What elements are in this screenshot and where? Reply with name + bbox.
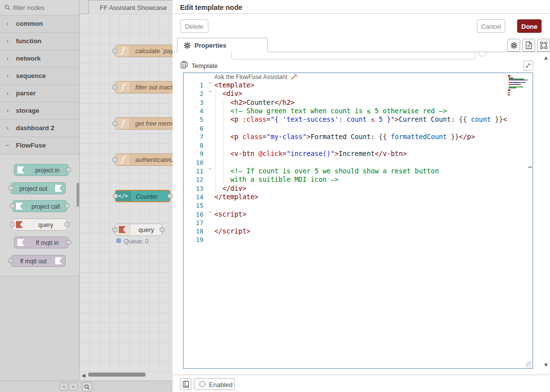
code-line: <!— If count is over 5 we should show a … xyxy=(230,167,439,176)
palette-category-storage[interactable]: ›storage xyxy=(0,102,80,120)
palette-category-label: parser xyxy=(16,89,36,97)
port[interactable] xyxy=(10,204,15,208)
template-icon: </> xyxy=(116,193,130,199)
port[interactable] xyxy=(66,167,71,172)
cursor-mark xyxy=(528,166,532,168)
port[interactable] xyxy=(112,157,117,162)
port[interactable] xyxy=(66,240,71,244)
port[interactable] xyxy=(160,228,165,232)
palette-node-project-out[interactable]: project out xyxy=(11,182,66,194)
palette-scrollbar[interactable] xyxy=(77,183,79,207)
flow-node-calculate-pay[interactable]: ƒcalculate `pay xyxy=(115,45,173,57)
palette-node-ff-mqtt-in[interactable]: ff mqtt in xyxy=(14,236,69,248)
footer-bar: » » xyxy=(0,381,173,392)
palette-category-parser[interactable]: ›parser xyxy=(0,85,80,102)
assistant-hint[interactable]: Ask the FlowFuse Assistant xyxy=(214,74,297,81)
scroll-down-icon[interactable]: ▼ xyxy=(541,362,550,368)
docs-toggle-button[interactable] xyxy=(180,378,191,390)
port[interactable] xyxy=(65,204,70,208)
navigator-button[interactable] xyxy=(82,382,92,392)
port[interactable] xyxy=(8,186,13,190)
expand-all-icon: » xyxy=(70,383,77,391)
palette-node-label: ff mqtt out xyxy=(13,258,53,265)
palette-node-project-in[interactable]: project in xyxy=(14,164,69,176)
appearance-tab-button[interactable] xyxy=(537,39,550,52)
palette-category-label: network xyxy=(16,55,41,62)
expand-editor-button[interactable] xyxy=(523,61,533,71)
port[interactable] xyxy=(112,49,117,53)
palette-category-label: sequence xyxy=(16,72,46,79)
palette-category-network[interactable]: ›network xyxy=(0,50,80,68)
enabled-toggle-button[interactable]: Enabled xyxy=(194,378,235,390)
editor-resize-grip[interactable] xyxy=(526,361,532,368)
horizontal-scrollbar[interactable] xyxy=(88,373,146,377)
port[interactable] xyxy=(113,194,118,198)
fold-icon[interactable]: › xyxy=(205,82,214,89)
flow-node-Counter[interactable]: </>Counter xyxy=(115,190,171,202)
flow-node-label: calculate `pay xyxy=(135,48,173,55)
palette-node-label: query xyxy=(26,222,66,229)
palette-node-label: project in xyxy=(27,167,67,174)
port[interactable] xyxy=(112,228,117,232)
description-tab-button[interactable] xyxy=(522,39,535,52)
palette-node-project-call[interactable]: project call xyxy=(12,200,67,212)
palette-category-dashboard-2[interactable]: ›dashboard 2 xyxy=(0,120,80,137)
scroll-left-icon[interactable]: ◀ xyxy=(82,373,86,378)
flow-node-get-free-memo[interactable]: ƒget free memo xyxy=(115,117,173,130)
line-number: 19 xyxy=(183,235,203,244)
query-icon-zone xyxy=(115,224,130,235)
palette-category-common[interactable]: ›common xyxy=(0,15,80,33)
code-line: <h2>Counter</h2> xyxy=(230,98,294,107)
flow-canvas[interactable]: ƒcalculate `payƒfilter out inactiƒget fr… xyxy=(80,14,173,373)
port[interactable] xyxy=(168,194,173,198)
done-button[interactable]: Done xyxy=(517,19,542,33)
settings-tab-button[interactable] xyxy=(507,39,520,52)
delete-button[interactable]: Delete xyxy=(180,19,208,33)
filter-nodes-input[interactable] xyxy=(13,2,75,12)
scroll-up-icon[interactable]: ▲ xyxy=(541,55,550,61)
flow-node-query[interactable]: query xyxy=(115,224,162,236)
flow-tab[interactable]: FF Assistant Showcase xyxy=(89,0,173,14)
cancel-button[interactable]: Cancel xyxy=(477,19,505,33)
fold-icon[interactable]: › xyxy=(205,90,214,97)
dialog-tabrow: Properties xyxy=(173,38,550,52)
port[interactable] xyxy=(10,222,15,227)
flow-node-filter-out-inacti[interactable]: ƒfilter out inacti xyxy=(115,81,173,93)
gear-icon xyxy=(510,42,518,49)
code-line: <script> xyxy=(214,210,247,219)
line-number: 11 xyxy=(183,167,203,175)
copy-icon xyxy=(181,61,188,69)
port[interactable] xyxy=(8,258,13,263)
port[interactable] xyxy=(65,222,70,227)
palette-node-query[interactable]: query xyxy=(12,219,67,231)
palette-category-sequence[interactable]: ›sequence xyxy=(0,68,80,85)
tab-properties[interactable]: Properties xyxy=(177,38,268,52)
name-input[interactable] xyxy=(231,52,475,60)
collapse-all-button[interactable]: » xyxy=(60,383,68,391)
flowfuse-icon xyxy=(52,183,65,194)
palette-category-function[interactable]: ›function xyxy=(0,33,80,50)
function-icon-zone: ƒ xyxy=(115,45,130,57)
indent-guide xyxy=(215,89,215,193)
line-number: 3 xyxy=(183,98,203,107)
editor-minimap[interactable] xyxy=(507,73,528,368)
appearance-icon xyxy=(540,42,548,49)
expand-all-button[interactable]: » xyxy=(69,383,78,391)
palette-node-ff-mqtt-out[interactable]: ff mqtt out xyxy=(11,255,66,267)
line-number: 12 xyxy=(183,175,203,184)
indent-guide xyxy=(223,98,223,184)
port[interactable] xyxy=(112,85,117,89)
status-dot xyxy=(116,238,121,243)
palette-category-FlowFuse[interactable]: ›FlowFuse xyxy=(0,137,80,155)
code-line: <v-btn @click="increase()">Increment</v-… xyxy=(230,150,407,158)
flow-node-authenticateU[interactable]: ƒauthenticateU xyxy=(115,154,173,166)
port[interactable] xyxy=(112,121,117,126)
template-code-editor[interactable]: Ask the FlowFuse Assistant 1›<template>2… xyxy=(183,73,533,369)
name-toggle-button[interactable] xyxy=(478,52,487,57)
function-icon-zone: ƒ xyxy=(115,118,130,129)
fold-icon[interactable]: › xyxy=(205,211,214,218)
code-line: <p class="my-class">Formatted Count: {{ … xyxy=(230,133,475,142)
fold-icon[interactable]: › xyxy=(205,168,214,175)
chevron-right-icon: › xyxy=(6,107,8,114)
palette-search[interactable] xyxy=(0,0,80,15)
